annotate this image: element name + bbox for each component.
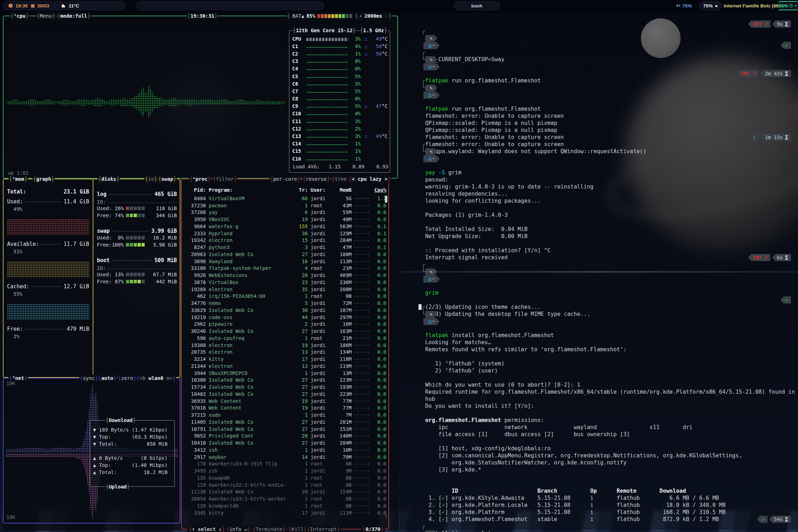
process-mem-graph <box>353 434 370 438</box>
process-row[interactable]: 9852 Privileged Cont 28 jordi 146M 0.0 <box>184 433 386 440</box>
network-auto-tab[interactable]: auto <box>98 375 117 382</box>
process-row[interactable]: 30240 Isolated Web Co 27 jordi 163M 0.0 <box>184 328 386 335</box>
process-row[interactable]: 9926 WebExtensions 28 jordi 409M 0.0 <box>184 272 386 279</box>
terminal-line: 2. [✓] org.kde.Platform.Locale 5.15-21.0… <box>405 473 796 480</box>
process-terminate-button[interactable]: Terminate <box>251 526 287 532</box>
upload-stat-line: ▲ Top: (1.40 Mibps) <box>93 462 168 469</box>
process-row[interactable]: 9664 waterfox-g 155 jordi 563M 0.1 <box>184 223 386 230</box>
process-row[interactable]: 11130 Isolated Web Co 28 jordi 154M 0.0 <box>184 488 386 496</box>
process-row[interactable]: 37215 sudo 1 jordi 7M 0.0 <box>184 411 386 418</box>
volume-module[interactable]: 75% <box>674 1 693 10</box>
process-row[interactable]: 8404 VirtualBoxVM 66 jordi 5G 1.7 <box>184 195 386 202</box>
process-row[interactable]: 2962 pipewire 2 jordi 16M 0.0 <box>184 321 386 328</box>
process-row[interactable]: 462 irq/156-PIXA3854:00 1 root 0B 0.0 <box>184 293 386 300</box>
process-row[interactable]: 8247 python3 3 jordi 47M 0.1 <box>184 244 386 251</box>
process-row[interactable]: 10418 Isolated Web Co 27 jordi 204M 0.0 <box>184 439 386 446</box>
core-temp-meter <box>364 38 368 41</box>
process-row[interactable]: 33629 Isolated Web Co 30 jordi 187M 0.0 <box>184 307 386 314</box>
process-row[interactable]: 10380 Isolated Web Co 27 jordi 223M 0.0 <box>184 377 386 384</box>
core-usage-graph <box>306 68 348 72</box>
process-column-headers[interactable]: Pid: Program: Tr: User: MemB Cpu% <box>184 187 386 193</box>
process-row[interactable]: 10791 Isolated Web Co 27 jordi 151M 0.0 <box>184 426 386 433</box>
process-row[interactable]: 15734 Isolated Web Co 27 jordi 193M 0.0 <box>184 383 386 391</box>
interval-decrease-button[interactable]: + <box>358 13 363 19</box>
process-row[interactable]: 3898 Xwayland 16 jordi 113M 0.0 <box>184 258 386 265</box>
process-row[interactable]: 19289 electron 35 jordi 208M 0.0 <box>184 286 386 293</box>
process-mem-graph <box>353 281 370 284</box>
disks-io-tab[interactable]: io <box>144 175 158 183</box>
process-row[interactable]: 37016 Web Content 19 jordi 77M 0.0 <box>184 405 386 412</box>
process-row[interactable]: 19388 electron 19 jordi 186M 0.0 <box>184 342 386 349</box>
iface-prev-button[interactable]: <b <box>139 375 148 381</box>
process-panel-title[interactable]: ⁴proc <box>189 175 211 183</box>
brightness-module[interactable]: 75% ● <box>699 1 722 10</box>
process-row[interactable]: 10482 Isolated Web Co 27 jordi 223M 0.0 <box>184 391 386 398</box>
disk-section: boot509 MiB IO: Used: 13%67.7 MiB Free: … <box>97 257 177 285</box>
scroll-down-indicator[interactable]: ↓ <box>385 513 387 518</box>
process-row[interactable]: 37238 pacman 1 root 43M 0.0 <box>184 202 386 209</box>
process-row[interactable]: 3214 kitty 17 jordi 118M 0.0 <box>184 355 386 363</box>
process-mem-graph <box>353 420 370 424</box>
process-row[interactable]: 170 kworker/u33:0-i915_flip 1 root 0B 0.… <box>184 461 386 468</box>
process-row[interactable]: 135 kswapd0 1 root 0B 0.0 <box>184 474 386 481</box>
memory-graph-tab[interactable]: graph <box>33 175 55 183</box>
process-row[interactable]: 120 kcompactd0 1 root 0B 0.0 <box>184 502 386 509</box>
process-percore-tab[interactable]: per-core <box>270 175 301 183</box>
process-row[interactable]: 19219 code-oss 44 jordi 297M 0.0 <box>184 314 386 321</box>
process-row[interactable]: 3493 zsh 1 jordi 9M 0.0 <box>184 467 386 474</box>
terminal-window[interactable]: INT ✗ 9s XDG_CURRENT_DESKTOP=Sway <box>400 13 798 530</box>
process-row[interactable]: 3345 kitty 17 jordi 111M 0.0 <box>184 509 386 516</box>
network-zero-tab[interactable]: zero <box>117 375 137 382</box>
iface-next-button[interactable]: n> <box>163 375 172 381</box>
network-panel: ³net sync auto zero <b wlan0 n> 10K 10K … <box>3 378 180 524</box>
process-row[interactable]: 19342 electron 15 jordi 284M 0.0 <box>184 237 386 244</box>
cpu-core-row: C9 5% 47°C <box>292 103 388 110</box>
mode-toggle[interactable]: mode:full <box>57 12 91 19</box>
process-row[interactable]: 34776 nemo 5 jordi 72M 0.0 <box>184 300 386 307</box>
network-sync-tab[interactable]: sync <box>79 375 99 382</box>
clock-icon <box>8 3 13 8</box>
cpu-panel-title[interactable]: ¹cpu <box>10 12 29 19</box>
menu-button[interactable]: Menu <box>36 12 56 19</box>
process-row[interactable]: 596 auto-cpufreq 1 root 21M 0.0 <box>184 335 386 342</box>
process-row[interactable]: 20735 electron 13 jordi 134M 0.0 <box>184 349 386 356</box>
process-row[interactable]: 28854 kworker/u33:1-btrfs-worker 1 root … <box>184 495 386 502</box>
interval-value: 2000ms <box>363 13 383 19</box>
download-title: Download <box>105 417 136 424</box>
process-sort-selector[interactable]: < cpu lazy > <box>348 175 391 183</box>
process-row[interactable]: 11405 Isolated Web Co 27 jordi 201M 0.0 <box>184 418 386 426</box>
disks-swap-tab[interactable]: swap <box>157 175 177 183</box>
process-mem-graph <box>353 308 370 312</box>
process-scrollbar-thumb[interactable] <box>385 196 387 203</box>
process-row[interactable]: 119 kworker/u32:2-btrfs-endio- 1 root 0B… <box>184 481 386 488</box>
process-row[interactable]: 2333 Hyprland 30 jordi 129M 0.1 <box>184 230 386 237</box>
process-row[interactable]: 33180 flatpak-system-helper 4 root 21M 0… <box>184 265 386 272</box>
disks-panel-title[interactable]: disks <box>98 175 120 183</box>
memory-panel-title[interactable]: ²mem <box>8 175 28 183</box>
terminal-line: Which do you want to use (0 to abort)? [… <box>405 353 796 360</box>
process-row[interactable]: 21344 electron 13 jordi 119M 0.0 <box>184 363 386 370</box>
network-ssid: Internet Famille Bolz (86%) <box>724 3 785 8</box>
battery-module[interactable]: 85% <box>778 1 798 10</box>
process-tree-tab[interactable]: tree <box>331 175 351 183</box>
process-kill-button[interactable]: Kill <box>287 526 308 532</box>
process-row[interactable]: 36935 Web Content 19 jordi 77M 0.0 <box>184 398 386 405</box>
scroll-up-indicator[interactable]: ↑ <box>385 188 387 193</box>
process-row[interactable]: 20963 Isolated Web Co 27 jordi 180M 0.0 <box>184 251 386 258</box>
process-row[interactable]: 3412 zsh 1 jordi 10M 0.0 <box>184 446 386 453</box>
process-row[interactable]: 3878 VirtualBox 23 jordi 236M 0.0 <box>184 279 386 286</box>
terminal-line: XDG_CURRENT_DESKTOP=Sway <box>405 28 796 35</box>
process-interrupt-button[interactable]: Interrupt <box>306 526 341 532</box>
process-reverse-tab[interactable]: reverse <box>302 175 330 183</box>
terminal-line: looking for conflicting packages... <box>405 169 796 176</box>
process-row[interactable]: 2917 waybar 14 jordi 70M 0.0 <box>184 453 386 461</box>
process-row[interactable]: 3944 VBoxXPCOMIPCD 1 jordi 13M 0.0 <box>184 370 386 377</box>
datetime-weather-module[interactable]: 19:30 30/03 11°C <box>3 1 126 10</box>
process-filter-tab[interactable]: filter <box>212 175 237 183</box>
process-select-hint[interactable]: ↑ select ↓ <box>187 526 226 532</box>
network-interface-selector[interactable]: <b wlan0 n> <box>136 375 176 382</box>
process-row[interactable]: 3950 VBoxSVC 19 jordi 48M 0.0 <box>184 216 386 223</box>
interval-increase-button[interactable]: - <box>383 13 388 19</box>
process-info-button[interactable]: info ↵ <box>225 526 251 532</box>
process-row[interactable]: 37208 yay 6 jordi 55M 0.0 <box>184 209 386 216</box>
